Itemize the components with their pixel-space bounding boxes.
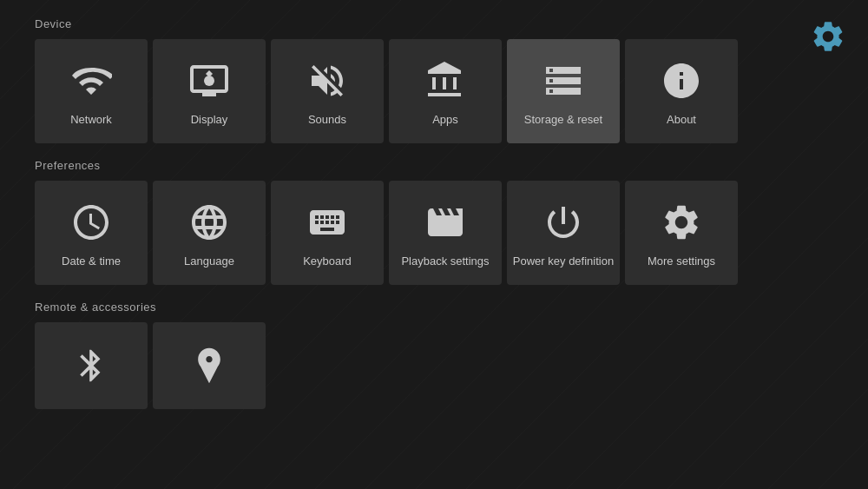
clock-icon (68, 199, 115, 246)
playback-icon (422, 199, 469, 246)
remote-icon (190, 347, 228, 385)
info-icon (658, 57, 705, 104)
tile-language[interactable]: Language (153, 181, 266, 285)
bluetooth-icon (72, 347, 110, 385)
tile-network[interactable]: Network (35, 39, 148, 143)
tile-sounds[interactable]: Sounds (271, 39, 384, 143)
tile-apps-label: Apps (432, 113, 458, 126)
tile-network-label: Network (70, 113, 112, 126)
device-grid: Network Display Sounds Apps (35, 39, 833, 143)
tile-storage[interactable]: Storage & reset (507, 39, 620, 143)
remote-section-label: Remote & accessories (35, 301, 833, 314)
tile-storage-label: Storage & reset (524, 113, 602, 126)
tile-display[interactable]: Display (153, 39, 266, 143)
display-icon (186, 57, 233, 104)
apps-icon (422, 57, 469, 104)
language-icon (186, 199, 233, 246)
tile-about-label: About (667, 113, 696, 126)
tile-keyboard-label: Keyboard (303, 254, 352, 268)
tile-more-settings-label: More settings (648, 254, 715, 268)
remote-grid (35, 322, 833, 409)
tile-language-label: Language (184, 254, 234, 268)
sounds-icon (304, 57, 351, 104)
tile-remote[interactable] (153, 322, 266, 409)
svg-point-0 (204, 76, 214, 86)
tile-playback-label: Playback settings (401, 254, 489, 268)
preferences-grid: Date & time Language Keyboard Playback s… (35, 181, 833, 285)
tile-datetime-label: Date & time (62, 254, 121, 268)
main-content: Device Network Display Sounds (0, 0, 868, 426)
tile-keyboard[interactable]: Keyboard (271, 181, 384, 285)
keyboard-icon (304, 199, 351, 246)
power-icon (540, 199, 587, 246)
tile-bluetooth[interactable] (35, 322, 148, 409)
tile-apps[interactable]: Apps (389, 39, 502, 143)
tile-sounds-label: Sounds (308, 113, 346, 126)
tile-playback[interactable]: Playback settings (389, 181, 502, 285)
tile-display-label: Display (191, 113, 228, 126)
tile-more-settings[interactable]: More settings (625, 181, 738, 285)
tile-datetime[interactable]: Date & time (35, 181, 148, 285)
tile-powerkey-label: Power key definition (513, 254, 614, 268)
more-settings-icon (658, 199, 705, 246)
device-section-label: Device (35, 17, 833, 30)
tile-about[interactable]: About (625, 39, 738, 143)
tile-powerkey[interactable]: Power key definition (507, 181, 620, 285)
storage-icon (540, 57, 587, 104)
preferences-section-label: Preferences (35, 159, 833, 172)
wifi-icon (68, 57, 115, 104)
